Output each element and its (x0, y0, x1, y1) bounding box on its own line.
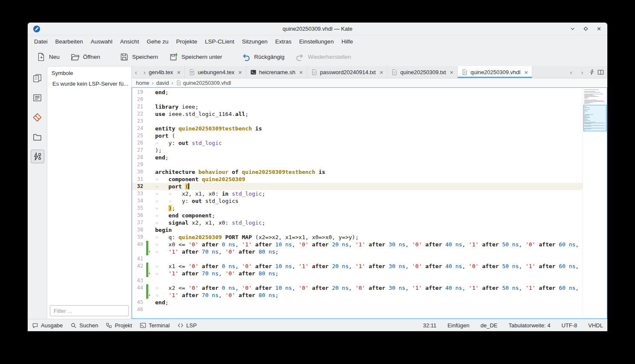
tab-close-icon[interactable]: × (177, 69, 181, 75)
code-line[interactable]: 27); (132, 147, 583, 154)
status-syntax-mode[interactable]: VHDL (588, 322, 603, 329)
menu-item-extras[interactable]: Extras (271, 37, 295, 46)
menu-item-gehe-zu[interactable]: Gehe zu (143, 37, 172, 46)
tab-quine20250309-vhdl[interactable]: quine20250309.vhdl× (458, 66, 532, 78)
statusbar-projekt-button[interactable]: Projekt (106, 322, 132, 329)
tab-scroll-right-icon[interactable]: › (140, 66, 149, 78)
close-button[interactable] (595, 26, 602, 32)
tab-uebungen4-tex[interactable]: uebungen4.tex× (185, 66, 246, 78)
tab-close-icon[interactable]: × (299, 69, 303, 75)
status-dictionary[interactable]: de_DE (480, 322, 497, 329)
tab-close-icon[interactable]: × (238, 69, 242, 75)
code-line[interactable]: 20 (132, 96, 583, 103)
code-line[interactable]: 44» x2 <= '0' after 0 ns, '0' after 10 n… (132, 284, 583, 292)
breadcrumb-item-home[interactable]: home (136, 80, 149, 86)
line-number: 32 (132, 183, 143, 190)
tool-button-file-system[interactable] (31, 130, 44, 144)
text-file-icon (311, 69, 318, 75)
breadcrumb-item-david[interactable]: david (156, 80, 169, 86)
code-line[interactable]: 34» » y: out std_logics (132, 197, 583, 205)
toolbar-label: Wiederherstellen (308, 54, 351, 60)
menu-item-hilfe[interactable]: Hilfe (338, 37, 357, 46)
tablist-scroll-left-icon[interactable]: ‹ (567, 69, 575, 76)
speichern-unter-button[interactable]: Speichern unter (165, 50, 226, 64)
code-line[interactable]: 23 (132, 118, 583, 125)
code-line[interactable]: 36» end component; (132, 212, 583, 219)
breadcrumb-item-quine20250309-vhdl[interactable]: quine20250309.vhdl (176, 80, 231, 86)
status-cursor-position[interactable]: 32:11 (423, 322, 437, 329)
tab-label: password20240914.txt (320, 69, 376, 75)
code-line[interactable]: 37» signal x2, x1, x0: std_logic; (132, 219, 583, 226)
r-ckg-ngig-button[interactable]: Rückgängig (238, 50, 288, 64)
ffnen-button[interactable]: Öffnen (67, 50, 104, 64)
code-area[interactable]: 19end;2021library ieee;22use ieee.std_lo… (132, 88, 583, 318)
tool-button-symbols[interactable] (31, 150, 44, 163)
menu-item-bearbeiten[interactable]: Bearbeiten (52, 37, 87, 46)
statusbar-ausgabe-button[interactable]: Ausgabe (32, 322, 63, 329)
menu-item-datei[interactable]: Datei (30, 37, 52, 46)
code-line[interactable]: 19end; (132, 89, 583, 96)
status-tab-width[interactable]: Tabulatorweite: 4 (508, 322, 550, 329)
tab-scroll-left-icon[interactable]: ‹ (132, 66, 140, 78)
code-line[interactable]: 30architecture behaviour of quine2025030… (132, 168, 583, 176)
code-line[interactable]: 31» component quine20250309 (132, 176, 583, 183)
lightning-icon[interactable] (589, 69, 595, 75)
tool-button-documents[interactable] (31, 71, 44, 85)
menu-item-einstellungen[interactable]: Einstellungen (295, 37, 338, 46)
tab-close-icon[interactable]: × (524, 69, 528, 75)
tool-button-git[interactable] (31, 110, 44, 124)
tab-close-icon[interactable]: × (380, 69, 384, 75)
split-view-icon[interactable] (597, 69, 604, 75)
menu-item-sitzungen[interactable]: Sitzungen (238, 37, 271, 46)
minimap-scrollbar[interactable] (583, 88, 607, 318)
code-line[interactable]: 39» q: quine20250309 PORT MAP (x2=>x2, x… (132, 234, 583, 241)
tab-close-icon[interactable]: × (450, 69, 453, 75)
code-line[interactable]: 33» » x2, x1, x0: in std_logic; (132, 190, 583, 197)
menu-item-auswahl[interactable]: Auswahl (87, 37, 116, 46)
code-text (148, 118, 583, 125)
code-line[interactable]: 28end; (132, 154, 583, 161)
minimize-button[interactable] (569, 26, 576, 32)
code-line[interactable]: 29 (132, 161, 583, 168)
statusbar-terminal-button[interactable]: Terminal (140, 322, 170, 329)
status-input-mode[interactable]: Einfügen (447, 322, 469, 329)
code-line[interactable]: » '1' after 70 ns, '0' after 80 ns;↪ (132, 248, 583, 255)
menu-item-lsp-client[interactable]: LSP-CLient (201, 37, 238, 46)
tablist-scroll-right-icon[interactable]: › (578, 69, 586, 76)
statusbar-lsp-button[interactable]: LSP (177, 322, 197, 329)
tab-quine20250309-txt[interactable]: quine20250309.txt× (387, 66, 458, 78)
lsp-server-message: Es wurde kein LSP-Server fü... (47, 79, 131, 303)
line-number: 35 (132, 205, 143, 212)
menu-item-ansicht[interactable]: Ansicht (116, 37, 143, 46)
code-line[interactable]: 40» x0 <= '0' after 0 ns, '1' after 10 n… (132, 241, 583, 248)
wiederherstellen-button[interactable]: Wiederherstellen (292, 50, 355, 64)
titlebar[interactable]: quine20250309.vhdl — Kate (28, 23, 607, 35)
tool-button-symbol-list[interactable] (31, 91, 44, 104)
filter-input[interactable] (50, 305, 129, 316)
code-line[interactable]: 25port ( (132, 132, 583, 139)
tab-heicrename-sh[interactable]: heicrename.sh× (246, 66, 307, 78)
code-line[interactable]: » '1' after 70 ns, '0' after 80 ns;↪ (132, 270, 583, 277)
code-line[interactable]: 38begin (132, 226, 583, 234)
code-line[interactable]: » '1' after 70 ns, '0' after 80 ns;↪ (132, 292, 583, 299)
code-line[interactable]: 43 (132, 277, 583, 284)
neu-button[interactable]: Neu (33, 50, 64, 64)
code-line[interactable]: 46 (132, 306, 583, 313)
minimap-viewport[interactable] (583, 105, 606, 131)
code-line[interactable]: 32» port ( (132, 183, 583, 190)
maximize-button[interactable] (582, 26, 589, 32)
code-line[interactable]: 35» ); (132, 205, 583, 212)
menu-item-projekte[interactable]: Projekte (172, 37, 201, 46)
code-line[interactable]: 41 (132, 255, 583, 263)
status-encoding[interactable]: UTF-8 (561, 322, 577, 329)
code-line[interactable]: 21library ieee; (132, 103, 583, 110)
code-line[interactable]: 45end; (132, 299, 583, 306)
tab-password20240914-txt[interactable]: password20240914.txt× (307, 66, 388, 78)
code-line[interactable]: 24entity quine20250309testbench is (132, 125, 583, 132)
code-line[interactable]: 26» y: out std_logic (132, 139, 583, 147)
statusbar-suchen-button[interactable]: Suchen (70, 322, 98, 329)
code-line[interactable]: 22use ieee.std_logic_1164.all; (132, 110, 583, 118)
speichern-button[interactable]: Speichern (116, 50, 162, 64)
code-line[interactable]: 42» x1 <= '0' after 0 ns, '0' after 10 n… (132, 263, 583, 270)
tab-gen4b-tex[interactable]: gen4b.tex× (149, 66, 185, 78)
